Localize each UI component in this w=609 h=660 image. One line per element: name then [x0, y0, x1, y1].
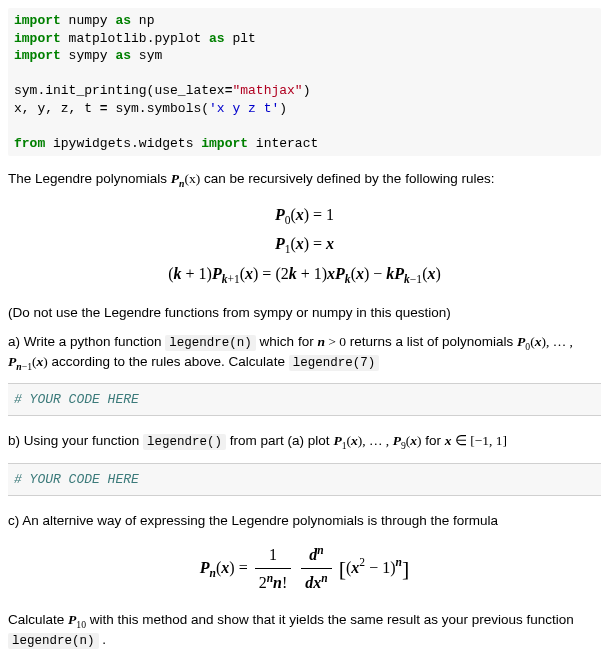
- note-text: (Do not use the Legendre functions from …: [8, 304, 601, 323]
- inline-code: legendre(7): [289, 355, 380, 371]
- code-cell-imports: import numpy as np import matplotlib.pyp…: [8, 8, 601, 156]
- code-cell-placeholder-a[interactable]: # YOUR CODE HERE: [8, 383, 601, 416]
- part-b-text: b) Using your function legendre() from p…: [8, 432, 601, 452]
- part-c-formula: Pn(x) = 12nn! dndxn [(x2 − 1)n]: [8, 541, 601, 597]
- keyword-as: as: [115, 13, 131, 28]
- string-literal: 'x y z t': [209, 101, 279, 116]
- string-literal: "mathjax": [232, 83, 302, 98]
- keyword-from: from: [14, 136, 45, 151]
- eq-recursion: (k + 1)Pk+1(x) = (2k + 1)xPk(x) − kPk−1(…: [8, 260, 601, 290]
- inline-code: legendre(): [143, 434, 226, 450]
- part-a-text: a) Write a python function legendre(n) w…: [8, 333, 601, 374]
- recursion-equations: P0(x) = 1 P1(x) = x (k + 1)Pk+1(x) = (2k…: [8, 201, 601, 290]
- inline-code: legendre(n): [165, 335, 256, 351]
- part-c-after: Calculate P10 with this method and show …: [8, 611, 601, 651]
- code-cell-placeholder-b[interactable]: # YOUR CODE HERE: [8, 463, 601, 496]
- inline-code: legendre(n): [8, 633, 99, 649]
- part-c-text: c) An alternive way of expressing the Le…: [8, 512, 601, 531]
- eq-p0: P0(x) = 1: [8, 201, 601, 231]
- eq-p1: P1(x) = x: [8, 230, 601, 260]
- intro-text: The Legendre polynomials Pn(x) can be re…: [8, 170, 601, 190]
- keyword-import: import: [14, 13, 61, 28]
